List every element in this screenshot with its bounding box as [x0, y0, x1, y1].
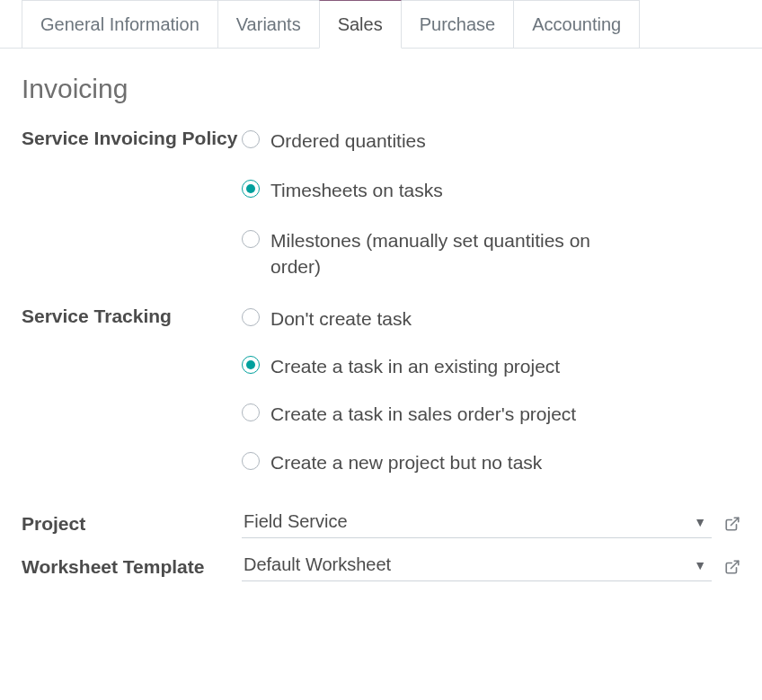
field-project: Project Field Service ▼ [22, 509, 740, 538]
caret-down-icon: ▼ [694, 558, 706, 572]
radio-icon [242, 452, 260, 470]
tab-variants[interactable]: Variants [217, 0, 320, 48]
label-project: Project [22, 511, 242, 536]
field-service-tracking: Service Tracking Don't create taskCreate… [22, 302, 740, 483]
invoicing-timesheets-on-tasks[interactable]: Timesheets on tasks [242, 173, 740, 223]
radio-icon [242, 403, 260, 421]
worksheet-template-select-value: Default Worksheet [244, 554, 391, 575]
label-service-invoicing-policy: Service Invoicing Policy [22, 124, 242, 151]
svg-line-0 [731, 518, 739, 525]
sales-tab-content: Invoicing Service Invoicing Policy Order… [0, 49, 762, 581]
project-select-value: Field Service [244, 511, 348, 532]
project-select[interactable]: Field Service ▼ [242, 509, 712, 538]
caret-down-icon: ▼ [694, 515, 706, 529]
label-worksheet-template: Worksheet Template [22, 554, 242, 580]
invoicing-ordered-quantities[interactable]: Ordered quantities [242, 124, 740, 173]
service-tracking-options: Don't create taskCreate a task in an exi… [242, 302, 740, 483]
radio-icon [242, 308, 260, 326]
tracking-sales-order-project[interactable]: Create a task in sales order's project [242, 397, 740, 445]
worksheet-template-external-link-icon[interactable] [724, 559, 740, 575]
radio-label: Create a task in sales order's project [270, 401, 576, 427]
project-external-link-icon[interactable] [724, 516, 740, 532]
label-service-tracking: Service Tracking [22, 302, 242, 329]
invoicing-milestones[interactable]: Milestones (manually set quantities on o… [242, 224, 740, 289]
radio-icon [242, 356, 260, 374]
tracking-existing-project[interactable]: Create a task in an existing project [242, 350, 740, 397]
tracking-new-project-no-task[interactable]: Create a new project but no task [242, 446, 740, 483]
radio-label: Timesheets on tasks [270, 177, 443, 203]
radio-label: Create a new project but no task [270, 449, 542, 475]
section-title-invoicing: Invoicing [22, 74, 740, 104]
radio-icon [242, 180, 260, 198]
field-worksheet-template: Worksheet Template Default Worksheet ▼ [22, 553, 740, 581]
radio-icon [242, 230, 260, 248]
tab-purchase[interactable]: Purchase [401, 0, 515, 48]
radio-label: Don't create task [270, 306, 412, 332]
tab-accounting[interactable]: Accounting [513, 0, 640, 48]
tab-general-information[interactable]: General Information [22, 0, 218, 48]
invoicing-policy-options: Ordered quantitiesTimesheets on tasksMil… [242, 124, 740, 289]
radio-icon [242, 130, 260, 148]
radio-label: Milestones (manually set quantities on o… [270, 227, 630, 280]
tracking-dont-create-task[interactable]: Don't create task [242, 302, 740, 350]
radio-label: Create a task in an existing project [270, 353, 560, 379]
tab-sales[interactable]: Sales [319, 0, 402, 49]
svg-line-1 [731, 561, 739, 568]
tab-bar: General InformationVariantsSalesPurchase… [0, 0, 762, 49]
worksheet-template-select[interactable]: Default Worksheet ▼ [242, 553, 712, 581]
radio-label: Ordered quantities [270, 128, 426, 154]
field-service-invoicing-policy: Service Invoicing Policy Ordered quantit… [22, 124, 740, 289]
